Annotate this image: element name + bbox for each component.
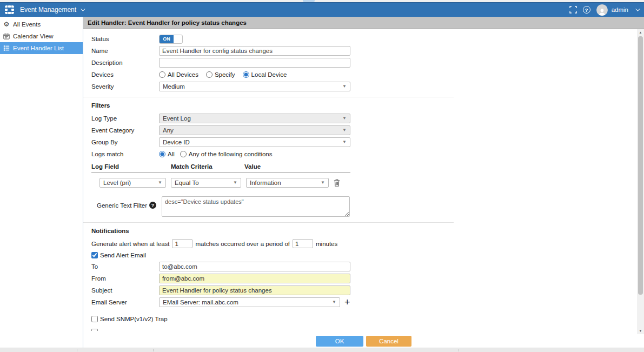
- log-field-column-header: Log Field: [91, 163, 171, 170]
- calendar-icon: [3, 33, 10, 39]
- radio-icon[interactable]: [159, 151, 165, 157]
- status-toggle[interactable]: ON: [159, 35, 183, 44]
- period-minutes-input[interactable]: [293, 239, 313, 248]
- devices-label: Devices: [91, 71, 159, 78]
- send-alert-email-label: Send Alert Email: [100, 252, 146, 258]
- logs-match-radio-all[interactable]: All: [159, 151, 175, 157]
- radio-label: Local Device: [251, 71, 287, 78]
- radio-icon[interactable]: [243, 71, 249, 78]
- devices-radio-all-devices[interactable]: All Devices: [159, 71, 198, 78]
- devices-radio-specify[interactable]: Specify: [206, 71, 235, 78]
- notifications-section-title: Notifications: [91, 228, 435, 234]
- scroll-down-icon[interactable]: ▼: [637, 328, 644, 334]
- subject-input[interactable]: [159, 285, 350, 295]
- devices-radio-local-device[interactable]: Local Device: [243, 71, 287, 78]
- match-criteria-column-header: Match Criteria: [171, 163, 244, 170]
- to-row: To: [91, 262, 435, 271]
- vertical-scrollbar[interactable]: ▲ ▼: [637, 29, 644, 334]
- collapse-handle[interactable]: [303, 0, 315, 2]
- list-icon: [3, 45, 10, 51]
- scroll-up-icon[interactable]: ▲: [637, 29, 644, 36]
- radio-icon[interactable]: [180, 151, 187, 157]
- generate-alert-prefix: Generate alert when at least: [91, 241, 169, 247]
- event-category-row: Event Category Any ▼: [91, 125, 435, 135]
- ok-button[interactable]: OK: [316, 336, 363, 347]
- conditions-header-row: Log Field Match Criteria Value: [91, 163, 435, 170]
- generate-alert-suffix: minutes: [316, 241, 337, 247]
- status-bar-divider: [459, 349, 459, 351]
- chevron-down-icon: ▼: [342, 128, 347, 132]
- event-category-label: Event Category: [91, 127, 159, 134]
- fullscreen-icon[interactable]: [569, 6, 577, 14]
- radio-icon[interactable]: [206, 71, 213, 78]
- group-by-select[interactable]: Device ID ▼: [159, 137, 350, 147]
- user-name[interactable]: admin: [612, 6, 628, 13]
- email-server-select[interactable]: EMail Server: mail.abc.com ▼: [159, 297, 340, 307]
- email-server-row: Email Server EMail Server: mail.abc.com …: [91, 297, 435, 307]
- delete-condition-button[interactable]: [334, 179, 340, 187]
- logs-match-radio-any[interactable]: Any of the following conditions: [180, 151, 273, 157]
- generic-text-filter-textarea[interactable]: desc="Device status updates": [162, 196, 350, 217]
- help-icon[interactable]: ?: [583, 6, 590, 14]
- radio-label: Any of the following conditions: [189, 151, 273, 157]
- chevron-down-icon: ▼: [342, 84, 347, 89]
- gear-icon: ⚙: [3, 21, 10, 28]
- email-server-label: Email Server: [91, 299, 159, 305]
- matches-count-input[interactable]: [172, 239, 192, 248]
- page-title: Edit Handler: Event Handler for policy s…: [83, 17, 644, 29]
- event-category-select[interactable]: Any ▼: [159, 125, 350, 135]
- app-title[interactable]: Event Management: [20, 6, 76, 14]
- cancel-button[interactable]: Cancel: [366, 336, 411, 347]
- radio-icon[interactable]: [159, 71, 165, 78]
- severity-select[interactable]: Medium ▼: [159, 82, 350, 91]
- sidebar-item-event-handler-list[interactable]: Event Handler List: [0, 42, 83, 54]
- generate-alert-row: Generate alert when at least matches occ…: [91, 239, 435, 248]
- content-pane: Edit Handler: Event Handler for policy s…: [83, 17, 644, 348]
- chevron-down-icon: [81, 6, 85, 11]
- avatar[interactable]: [596, 4, 608, 16]
- select-value: Information: [250, 180, 281, 186]
- severity-label: Severity: [91, 83, 159, 90]
- condition-row: Level (pri) ▼ Equal To ▼ Information ▼: [91, 178, 435, 188]
- name-input[interactable]: [159, 46, 350, 56]
- subject-label: Subject: [91, 287, 159, 294]
- conditions-header-rule: [91, 172, 350, 173]
- section-divider: [83, 222, 454, 223]
- log-field-select[interactable]: Level (pri) ▼: [99, 178, 166, 188]
- sidebar-item-all-events[interactable]: ⚙ All Events: [0, 18, 83, 30]
- from-input[interactable]: [159, 274, 350, 283]
- checkbox-icon[interactable]: [91, 316, 98, 322]
- app-switcher-icon[interactable]: [5, 5, 14, 15]
- status-bar-divider: [153, 349, 154, 351]
- topbar: Event Management ? admin: [0, 2, 644, 17]
- help-tooltip-icon[interactable]: ?: [149, 202, 156, 209]
- select-value: Device ID: [163, 139, 190, 145]
- select-value: EMail Server: mail.abc.com: [163, 299, 238, 305]
- status-label: Status: [91, 36, 159, 42]
- chevron-down-icon: ▼: [158, 181, 162, 185]
- scrollbar-thumb[interactable]: [638, 36, 643, 295]
- chevron-down-icon: [635, 6, 640, 11]
- send-alert-email-checkbox-row[interactable]: Send Alert Email: [91, 252, 435, 258]
- radio-label: All Devices: [168, 71, 198, 78]
- send-snmp-label: Send SNMP(v1/v2) Trap: [100, 316, 168, 322]
- to-input[interactable]: [159, 262, 350, 271]
- description-input[interactable]: [159, 58, 350, 68]
- logs-match-label: Logs match: [91, 151, 159, 157]
- status-bar-divider: [77, 349, 77, 351]
- generic-text-filter-label: Generic Text Filter: [97, 202, 147, 209]
- add-email-server-button[interactable]: +: [344, 298, 350, 306]
- value-select[interactable]: Information ▼: [246, 178, 329, 188]
- sidebar-item-calendar-view[interactable]: Calendar View: [0, 30, 83, 42]
- select-value: Equal To: [175, 180, 199, 186]
- chevron-down-icon: ▼: [321, 181, 325, 185]
- radio-label: All: [168, 151, 175, 157]
- partially-visible-checkbox[interactable]: [91, 329, 98, 331]
- select-value: Level (pri): [103, 180, 131, 186]
- value-column-header: Value: [244, 163, 435, 170]
- log-type-select[interactable]: Event Log ▼: [159, 114, 350, 123]
- sidebar-item-label: Calendar View: [13, 33, 54, 39]
- match-criteria-select[interactable]: Equal To ▼: [171, 178, 241, 188]
- send-snmp-checkbox-row[interactable]: Send SNMP(v1/v2) Trap: [91, 316, 435, 322]
- checkbox-icon[interactable]: [91, 252, 98, 258]
